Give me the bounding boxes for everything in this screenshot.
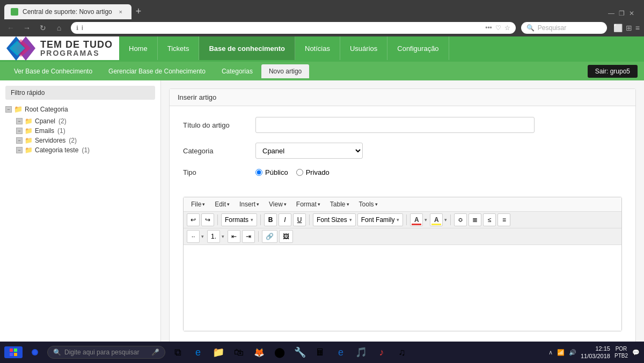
taskbar-search-bar[interactable]: 🔍 Digite aqui para pesquisar 🎤 <box>47 346 165 359</box>
search-open-button[interactable] <box>26 346 44 358</box>
nav-users[interactable]: Usuários <box>340 36 387 60</box>
font-color-arrow[interactable]: ▾ <box>425 217 427 223</box>
restore-btn[interactable]: ❐ <box>619 10 625 17</box>
bold-button[interactable]: B <box>264 213 277 226</box>
taskbar-task-view[interactable]: ⧉ <box>169 343 187 361</box>
formats-dropdown[interactable]: Formats ▾ <box>221 213 257 226</box>
sub-nav-new-article[interactable]: Novo artigo <box>261 64 309 78</box>
bookmark-icon[interactable]: ♡ <box>495 24 501 32</box>
taskbar-app8-icon[interactable]: 🎵 <box>352 343 370 361</box>
editor-menu-tools[interactable]: Tools ▾ <box>355 199 382 210</box>
taskbar-edge-icon[interactable]: e <box>189 343 207 361</box>
tree-collapse-root[interactable]: − <box>5 106 12 113</box>
editor-menu-insert[interactable]: Insert ▾ <box>235 199 264 210</box>
unordered-list-button[interactable]: ∙∙ <box>187 230 200 243</box>
taskbar-calc-icon[interactable]: 🖩 <box>311 343 330 361</box>
collapse-emails[interactable]: − <box>16 128 23 134</box>
collapse-categoria-teste[interactable]: − <box>16 147 23 153</box>
forward-button[interactable]: → <box>20 21 33 34</box>
editor-menu-file[interactable]: File ▾ <box>187 199 209 210</box>
bg-color-button[interactable]: A <box>430 213 443 226</box>
title-input[interactable] <box>255 117 535 133</box>
editor-body[interactable] <box>184 245 621 331</box>
back-button[interactable]: ← <box>4 21 17 34</box>
taskbar-store-icon[interactable]: 🛍 <box>230 343 248 361</box>
align-left-button[interactable]: ≎ <box>454 213 467 226</box>
redo-button[interactable]: ↪ <box>201 213 214 226</box>
browser-tab[interactable]: Central de suporte: Novo artigo × <box>4 4 131 19</box>
image-button[interactable]: 🖼 <box>279 230 293 243</box>
link-button[interactable]: 🔗 <box>262 230 277 243</box>
taskbar-app6-icon[interactable]: 🔧 <box>291 343 309 361</box>
tree-item-cpanel[interactable]: − 📁 Cpanel (2) <box>16 116 155 126</box>
search-bar[interactable]: 🔍 Pesquisar <box>521 22 607 34</box>
nav-home[interactable]: Home <box>119 36 158 60</box>
systray-time[interactable]: 12:15 11/03/2018 <box>581 345 610 360</box>
star-icon[interactable]: ☆ <box>504 24 510 32</box>
outdent-button[interactable]: ⇤ <box>228 230 240 243</box>
tree-label-emails: Emails <box>35 127 54 135</box>
browser-menu-icon[interactable]: ≡ <box>635 24 640 32</box>
type-private-radio[interactable] <box>296 169 303 176</box>
systray-up-icon[interactable]: ∧ <box>548 349 553 356</box>
refresh-button[interactable]: ↻ <box>36 21 49 34</box>
nav-tickets[interactable]: Tickets <box>158 36 200 60</box>
reading-view-icon[interactable]: ⊞ <box>626 24 632 32</box>
sub-nav-view-kb[interactable]: Ver Base de Conhecimento <box>6 64 100 78</box>
home-button[interactable]: ⌂ <box>53 21 65 34</box>
align-right-button[interactable]: ≤ <box>483 213 496 226</box>
indent-button[interactable]: ⇥ <box>242 230 255 243</box>
category-select[interactable]: Cpanel Emails Servidores Categoria teste <box>255 143 363 159</box>
close-btn[interactable]: ✕ <box>629 10 634 17</box>
align-center-button[interactable]: ≣ <box>469 213 481 226</box>
tree-item-servers[interactable]: − 📁 Servidores (2) <box>16 136 155 145</box>
nav-news[interactable]: Notícias <box>295 36 340 60</box>
tree-label-categoria-teste: Categoria teste <box>35 146 78 154</box>
editor-menu-format[interactable]: Format ▾ <box>292 199 325 210</box>
taskbar-ie-icon[interactable]: e <box>332 343 350 361</box>
collapse-servers[interactable]: − <box>16 137 23 144</box>
overflow-menu-icon[interactable]: ••• <box>485 24 492 32</box>
type-public-radio[interactable] <box>255 169 262 176</box>
windows-icon <box>10 349 17 356</box>
nav-config[interactable]: Configuração <box>387 36 449 60</box>
editor-menu-table[interactable]: Table ▾ <box>326 199 354 210</box>
ordered-list-button[interactable]: 1. <box>207 230 220 243</box>
undo-button[interactable]: ↩ <box>187 213 200 226</box>
type-private-label[interactable]: Privado <box>296 168 330 176</box>
tree-item-categoria-teste[interactable]: − 📁 Categoria teste (1) <box>16 145 155 155</box>
bg-color-arrow[interactable]: ▾ <box>444 217 447 223</box>
unordered-list-arrow[interactable]: ▾ <box>201 234 204 239</box>
tree-root[interactable]: − 📁 Root Categoria <box>5 104 155 114</box>
sub-nav-categories[interactable]: Categorias <box>214 64 260 78</box>
tab-close-btn[interactable]: × <box>116 8 125 16</box>
sub-nav-manage-kb[interactable]: Gerenciar Base de Conhecimento <box>101 64 213 78</box>
systray-notif-icon[interactable]: 💬 <box>632 349 640 356</box>
font-color-button[interactable]: A <box>410 213 423 226</box>
underline-button[interactable]: U <box>293 213 306 226</box>
italic-button[interactable]: I <box>279 213 291 226</box>
collapse-cpanel[interactable]: − <box>16 118 23 124</box>
address-bar[interactable]: ℹ i ••• ♡ ☆ <box>71 22 516 34</box>
taskbar-chrome-icon[interactable]: ⬤ <box>270 343 289 361</box>
editor-menu-edit[interactable]: Edit ▾ <box>210 199 234 210</box>
systray-network-icon[interactable]: 📶 <box>557 349 565 356</box>
type-public-label[interactable]: Público <box>255 168 288 176</box>
tree-item-emails[interactable]: − 📁 Emails (1) <box>16 126 155 136</box>
taskbar-app9-icon[interactable]: ♪ <box>372 343 391 361</box>
ordered-list-arrow[interactable]: ▾ <box>222 234 224 239</box>
font-family-dropdown[interactable]: Font Family ▾ <box>357 213 404 226</box>
new-tab-button[interactable]: + <box>131 6 146 17</box>
nav-knowledge-base[interactable]: Base de conhecimento <box>199 36 295 60</box>
font-sizes-dropdown[interactable]: Font Sizes ▾ <box>313 213 356 226</box>
editor-menu-view[interactable]: View ▾ <box>265 199 291 210</box>
taskbar-explorer-icon[interactable]: 📁 <box>209 343 228 361</box>
minimize-btn[interactable]: — <box>608 10 614 17</box>
start-button[interactable] <box>4 346 23 358</box>
taskbar-firefox-icon[interactable]: 🦊 <box>250 343 268 361</box>
logout-button[interactable]: Sair: grupo5 <box>588 65 638 78</box>
taskbar-app10-icon[interactable]: ♫ <box>393 343 411 361</box>
systray-volume-icon[interactable]: 🔊 <box>569 349 576 356</box>
extensions-icon[interactable]: ⬜ <box>613 24 623 32</box>
align-justify-button[interactable]: ≡ <box>497 213 510 226</box>
